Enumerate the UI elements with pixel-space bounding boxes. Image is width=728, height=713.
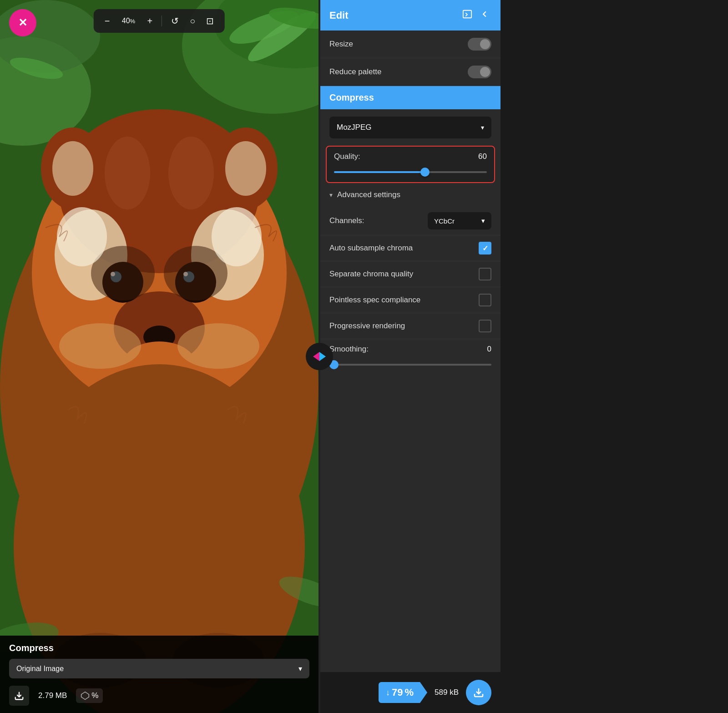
progressive-rendering-label: Progressive rendering (329, 321, 405, 331)
savings-percent-badge: ↓ 79 % (379, 682, 427, 703)
compressed-size-text: 589 kB (435, 688, 459, 697)
advanced-settings-label: Advanced settings (337, 190, 400, 199)
bottom-overlay-left: Compress Original Image ▾ 2.79 MB % (0, 636, 318, 713)
original-file-size: 2.79 MB (38, 691, 67, 700)
edit-title: Edit (329, 10, 349, 21)
quality-value: 60 (478, 152, 487, 161)
close-button[interactable]: ✕ (9, 9, 36, 36)
quality-section: Quality: 60 (326, 146, 495, 183)
reduce-palette-row: Reduce palette (320, 58, 500, 86)
down-arrow-icon: ↓ (386, 688, 390, 698)
compress-section-header: Compress (320, 86, 500, 109)
quality-label: Quality: (334, 152, 360, 161)
savings-hex-icon (81, 691, 90, 700)
zero-percent-text: % (91, 691, 98, 700)
original-image-label: Original Image (16, 665, 64, 673)
panel-spacer (320, 373, 500, 672)
code-icon-button[interactable] (460, 7, 474, 23)
split-handle (318, 0, 320, 713)
smoothing-slider[interactable] (329, 364, 491, 366)
smoothing-label: Smoothing: (329, 345, 369, 354)
flip-button[interactable]: ○ (186, 14, 199, 28)
zoom-value: 40% (117, 17, 140, 25)
reduce-palette-toggle[interactable] (468, 66, 491, 78)
original-dropdown-chevron-icon: ▾ (298, 664, 302, 673)
svg-point-31 (212, 207, 262, 266)
codec-chevron-icon: ▾ (481, 124, 484, 131)
progressive-rendering-row: Progressive rendering (320, 313, 500, 339)
zoom-out-button[interactable]: − (101, 14, 114, 28)
bottom-bar-right: ↓ 79 % 589 kB (320, 672, 500, 713)
download-button-right[interactable] (466, 680, 491, 705)
quality-slider[interactable] (334, 171, 487, 173)
zero-savings-badge: % (76, 688, 103, 703)
top-toolbar: − 40% + ↺ ○ ⊡ (94, 9, 225, 33)
resize-row: Resize (320, 31, 500, 58)
rotate-button[interactable]: ↺ (167, 14, 182, 28)
channels-row: Channels: YCbCr ▾ (320, 207, 500, 235)
bottom-stats: 2.79 MB % (9, 686, 309, 706)
original-image-dropdown[interactable]: Original Image ▾ (9, 659, 309, 678)
svg-marker-44 (81, 692, 89, 700)
quality-row: Quality: 60 (334, 152, 487, 161)
split-circle[interactable] (306, 343, 333, 370)
savings-percent-value: 79 (392, 687, 403, 698)
edit-header: Edit (320, 0, 500, 31)
reduce-palette-label: Reduce palette (329, 67, 381, 76)
svg-point-28 (52, 141, 93, 196)
pointless-spec-checkbox[interactable] (479, 294, 491, 306)
separate-chroma-checkbox[interactable] (479, 268, 491, 280)
progressive-rendering-checkbox[interactable] (479, 320, 491, 332)
checkmark-icon: ✓ (482, 244, 488, 253)
bottom-compress-label: Compress (9, 643, 309, 653)
advanced-chevron-icon: ▾ (329, 191, 333, 199)
pointless-spec-row: Pointless spec compliance (320, 287, 500, 313)
advanced-settings-toggle[interactable]: ▾ Advanced settings (320, 183, 500, 207)
resize-label: Resize (329, 40, 353, 49)
smoothing-value: 0 (487, 345, 491, 354)
svg-point-13 (168, 137, 214, 209)
svg-point-29 (225, 141, 266, 196)
auto-subsample-row: Auto subsample chroma ✓ (320, 235, 500, 261)
edit-header-icons (460, 7, 491, 23)
compress-section-title: Compress (329, 92, 374, 102)
channels-value: YCbCr (434, 217, 455, 225)
bottom-download-icon[interactable] (9, 686, 29, 706)
separate-chroma-row: Separate chroma quality (320, 261, 500, 287)
svg-point-34 (177, 323, 259, 369)
auto-subsample-label: Auto subsample chroma (329, 244, 413, 253)
download-icon-right (473, 687, 484, 698)
svg-point-12 (105, 137, 150, 209)
auto-subsample-checkbox[interactable]: ✓ (479, 242, 491, 255)
channels-dropdown[interactable]: YCbCr ▾ (428, 212, 491, 229)
zoom-in-button[interactable]: + (143, 14, 156, 28)
codec-value: MozJPEG (337, 123, 372, 132)
split-arrows (313, 352, 326, 361)
pointless-spec-label: Pointless spec compliance (329, 295, 420, 305)
smoothing-section: Smoothing: 0 (320, 339, 500, 373)
svg-point-30 (57, 207, 107, 266)
resize-toggle[interactable] (468, 38, 491, 51)
image-area (0, 0, 318, 713)
toolbar-divider (162, 15, 162, 26)
arrow-left-icon (313, 352, 319, 361)
channels-chevron-icon: ▾ (481, 217, 485, 225)
svg-point-33 (59, 323, 141, 369)
download-icon-left (14, 691, 24, 701)
savings-percent-sign: % (405, 687, 414, 698)
codec-dropdown[interactable]: MozJPEG ▾ (329, 117, 491, 138)
right-panel: Edit Resize (320, 0, 500, 713)
channels-label: Channels: (329, 216, 364, 225)
separate-chroma-label: Separate chroma quality (329, 270, 413, 279)
crop-button[interactable]: ⊡ (202, 14, 217, 28)
chevron-left-icon-button[interactable] (478, 7, 491, 23)
smoothing-row: Smoothing: 0 (329, 345, 491, 354)
arrow-right-icon (319, 352, 326, 361)
